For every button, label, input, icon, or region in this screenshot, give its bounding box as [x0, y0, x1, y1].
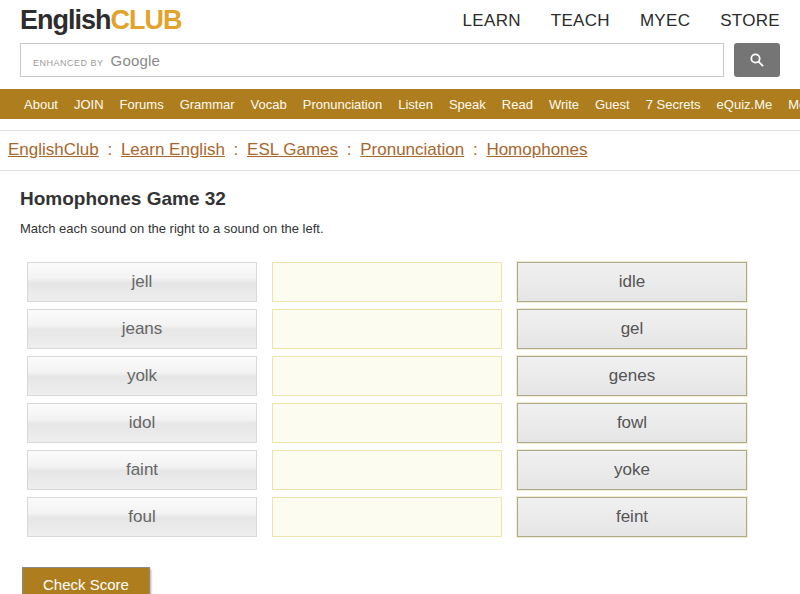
nav-item-pronunciation[interactable]: Pronunciation [295, 97, 391, 112]
top-nav-learn[interactable]: LEARN [463, 11, 521, 31]
main-navbar: About JOIN Forums Grammar Vocab Pronunci… [0, 89, 800, 119]
breadcrumb: EnglishClub : Learn English : ESL Games … [0, 130, 800, 171]
nav-item-write[interactable]: Write [541, 97, 587, 112]
site-logo[interactable]: EnglishCLUB [20, 5, 182, 36]
breadcrumb-learn-english[interactable]: Learn English [121, 140, 225, 159]
drop-zone-4[interactable] [272, 403, 502, 443]
breadcrumb-separator: : [225, 140, 247, 159]
breadcrumb-separator: : [464, 140, 486, 159]
nav-item-guest[interactable]: Guest [587, 97, 638, 112]
nav-item-read[interactable]: Read [494, 97, 541, 112]
draggable-word-yoke[interactable]: yoke [517, 450, 747, 490]
breadcrumb-englishclub[interactable]: EnglishClub [8, 140, 99, 159]
top-nav-store[interactable]: STORE [720, 11, 780, 31]
draggable-word-gel[interactable]: gel [517, 309, 747, 349]
nav-item-equizme[interactable]: eQuiz.Me [709, 97, 781, 112]
draggable-word-jeans[interactable]: jeans [27, 309, 257, 349]
nav-item-listen[interactable]: Listen [390, 97, 441, 112]
top-nav-teach[interactable]: TEACH [551, 11, 610, 31]
page-title: Homophones Game 32 [20, 188, 780, 210]
search-input[interactable] [21, 44, 723, 76]
page: EnglishCLUB LEARN TEACH MYEC STORE ENHAN… [0, 0, 800, 594]
breadcrumb-homophones[interactable]: Homophones [486, 140, 587, 159]
nav-item-vocab[interactable]: Vocab [243, 97, 295, 112]
drop-zone-5[interactable] [272, 450, 502, 490]
draggable-word-idol[interactable]: idol [27, 403, 257, 443]
draggable-word-genes[interactable]: genes [517, 356, 747, 396]
homophones-game-grid: jell idle jeans gel yolk genes idol fowl… [27, 262, 780, 537]
draggable-word-foul[interactable]: foul [27, 497, 257, 537]
breadcrumb-separator: : [338, 140, 360, 159]
top-nav: LEARN TEACH MYEC STORE [463, 11, 780, 31]
nav-item-about[interactable]: About [16, 97, 66, 112]
top-nav-myec[interactable]: MYEC [640, 11, 690, 31]
logo-club: CLUB [111, 5, 182, 35]
search-box: ENHANCED BY Google [20, 43, 724, 77]
instruction-text: Match each sound on the right to a sound… [20, 221, 780, 236]
draggable-word-feint[interactable]: feint [517, 497, 747, 537]
draggable-word-idle[interactable]: idle [517, 262, 747, 302]
main-content: Homophones Game 32 Match each sound on t… [0, 188, 800, 594]
site-header: EnglishCLUB LEARN TEACH MYEC STORE [0, 0, 800, 36]
draggable-word-fowl[interactable]: fowl [517, 403, 747, 443]
search-button[interactable] [734, 43, 780, 77]
draggable-word-yolk[interactable]: yolk [27, 356, 257, 396]
breadcrumb-pronunciation[interactable]: Pronunciation [360, 140, 464, 159]
check-score-button[interactable]: Check Score [22, 567, 150, 594]
nav-item-7secrets[interactable]: 7 Secrets [638, 97, 709, 112]
drop-zone-3[interactable] [272, 356, 502, 396]
draggable-word-jell[interactable]: jell [27, 262, 257, 302]
nav-item-join[interactable]: JOIN [66, 97, 112, 112]
nav-item-speak[interactable]: Speak [441, 97, 494, 112]
drop-zone-6[interactable] [272, 497, 502, 537]
drop-zone-2[interactable] [272, 309, 502, 349]
nav-item-forums[interactable]: Forums [112, 97, 172, 112]
breadcrumb-separator: : [99, 140, 121, 159]
search-row: ENHANCED BY Google [0, 43, 800, 77]
nav-item-grammar[interactable]: Grammar [172, 97, 243, 112]
logo-english: English [20, 5, 111, 35]
nav-item-more[interactable]: More... [780, 97, 800, 112]
drop-zone-1[interactable] [272, 262, 502, 302]
breadcrumb-esl-games[interactable]: ESL Games [247, 140, 338, 159]
draggable-word-faint[interactable]: faint [27, 450, 257, 490]
search-icon [749, 52, 765, 68]
